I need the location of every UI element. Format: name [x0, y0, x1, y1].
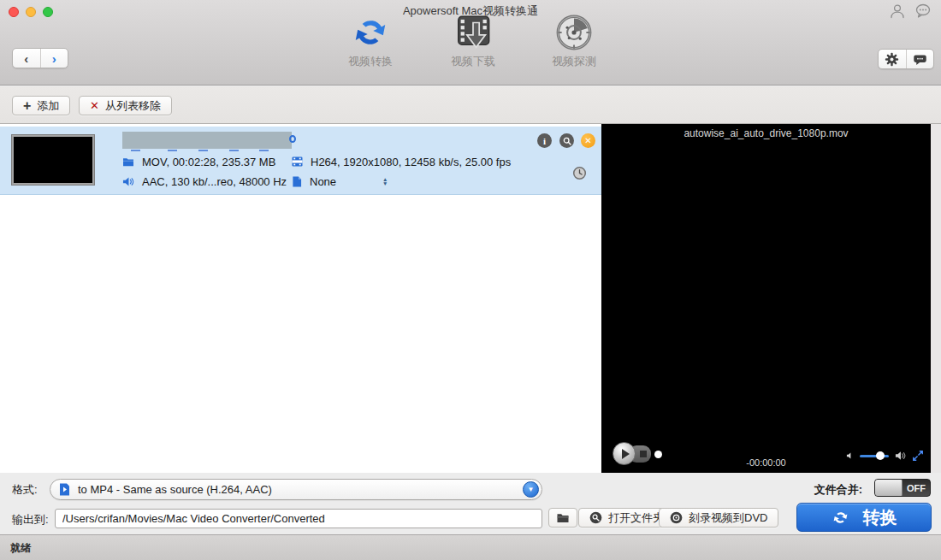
filename-redacted — [122, 132, 292, 149]
preview-right-margin — [931, 124, 941, 473]
audio-info-text: AAC, 130 kb/...reo, 48000 Hz — [142, 175, 287, 188]
filename-fragment — [289, 135, 296, 143]
magnifier-circle-icon — [589, 511, 602, 524]
video-info-text: H264, 1920x1080, 12458 kb/s, 25.00 fps — [311, 156, 511, 168]
volume-knob[interactable] — [876, 451, 885, 460]
remove-x-icon: ✕ — [90, 100, 99, 111]
container-info: MOV, 00:02:28, 235.37 MB — [122, 154, 275, 169]
info-button[interactable]: i — [537, 133, 552, 148]
preview-search-button[interactable] — [559, 133, 574, 148]
fullscreen-icon[interactable] — [912, 450, 924, 462]
output-label: 输出到: — [12, 512, 49, 528]
play-icon — [622, 449, 630, 459]
output-path-input[interactable] — [55, 509, 542, 528]
document-icon — [292, 176, 302, 187]
subtitle-select[interactable]: None ▲▼ — [292, 174, 388, 189]
video-info: H264, 1920x1080, 12458 kb/s, 25.00 fps — [292, 154, 511, 169]
subtitle-text: None — [310, 175, 375, 188]
forward-button[interactable]: › — [41, 49, 68, 68]
open-folder-label: 打开文件夹 — [608, 510, 664, 526]
play-button[interactable] — [613, 442, 636, 465]
account-icon[interactable] — [888, 2, 907, 21]
magnifier-icon — [563, 137, 571, 145]
tab-label: 视频转换 — [329, 54, 411, 69]
radar-icon — [554, 13, 594, 52]
volume-low-icon — [846, 451, 854, 460]
audio-select[interactable]: AAC, 130 kb/...reo, 48000 Hz ▲▼ — [122, 174, 300, 189]
tab-video-detect[interactable]: 视频探测 — [533, 13, 615, 69]
convert-button[interactable]: 转换 — [796, 503, 932, 532]
status-bar: 就绪 — [0, 534, 941, 560]
clock-icon — [572, 166, 587, 180]
disc-icon — [670, 511, 683, 524]
format-file-icon — [59, 483, 70, 496]
convert-label: 转换 — [863, 506, 897, 529]
volume-controls — [846, 450, 924, 462]
folder-icon — [122, 156, 134, 167]
choose-folder-button[interactable] — [548, 508, 577, 528]
bottom-panel: 格式: to MP4 - Same as source (H.264, AAC)… — [0, 473, 941, 534]
filename-underline — [229, 150, 239, 151]
volume-slider[interactable] — [860, 455, 889, 457]
volume-high-icon — [895, 451, 906, 461]
info-icon: i — [543, 136, 546, 146]
support-chat-icon[interactable] — [914, 2, 932, 21]
tab-video-download[interactable]: 视频下载 — [432, 13, 514, 69]
remove-from-list-button[interactable]: ✕ 从列表移除 — [79, 96, 172, 115]
container-info-text: MOV, 00:02:28, 235.37 MB — [142, 156, 275, 168]
close-icon: ✕ — [584, 136, 591, 145]
merge-label: 文件合并: — [814, 482, 862, 498]
toggle-knob — [875, 479, 903, 497]
folder-dark-icon — [556, 512, 570, 523]
gear-icon — [885, 52, 899, 67]
remove-button-label: 从列表移除 — [105, 98, 161, 114]
plus-icon: + — [23, 99, 31, 113]
format-label: 格式: — [12, 482, 38, 498]
burn-dvd-button[interactable]: 刻录视频到DVD — [659, 508, 778, 528]
convert-sync-icon — [832, 509, 849, 527]
settings-segmented-control — [878, 49, 934, 69]
dropdown-arrow-icon[interactable]: ▼ — [523, 481, 539, 498]
feedback-bubble-icon — [913, 52, 927, 67]
merge-toggle[interactable]: OFF — [874, 479, 931, 497]
chevron-up-down-icon: ▲▼ — [382, 177, 388, 186]
trim-clock-button[interactable] — [572, 166, 587, 180]
filename-underline — [259, 150, 269, 151]
header-toolbar: Apowersoft Mac视频转换通 ‹ › 视频转换 — [0, 0, 941, 85]
status-text: 就绪 — [10, 541, 31, 556]
list-actions-toolbar: + 添加 ✕ 从列表移除 — [0, 86, 941, 124]
preview-filename: autowise_ai_auto_drive_1080p.mov — [601, 127, 931, 139]
format-value: to MP4 - Same as source (H.264, AAC) — [78, 483, 523, 496]
feedback-button[interactable] — [907, 50, 934, 68]
speaker-icon — [122, 176, 134, 187]
back-button[interactable]: ‹ — [13, 49, 41, 68]
stop-icon — [640, 451, 647, 457]
filename-underline — [168, 150, 177, 151]
nav-segmented-control: ‹ › — [12, 48, 68, 68]
tab-label: 视频探测 — [533, 54, 615, 69]
remove-item-button[interactable]: ✕ — [581, 133, 595, 148]
settings-button[interactable] — [879, 50, 907, 68]
filename-underline — [131, 150, 140, 151]
filename-underline — [198, 150, 208, 151]
file-list: MOV, 00:02:28, 235.37 MB H264, 1920x1080… — [0, 124, 601, 473]
sync-arrows-icon — [351, 13, 390, 52]
add-file-button[interactable]: + 添加 — [12, 96, 70, 115]
add-button-label: 添加 — [37, 98, 59, 114]
download-film-icon — [453, 13, 493, 52]
app-window: Apowersoft Mac视频转换通 ‹ › 视频转换 — [0, 0, 941, 560]
tab-label: 视频下载 — [432, 54, 514, 69]
tab-video-convert[interactable]: 视频转换 — [329, 13, 411, 69]
film-icon — [292, 156, 303, 167]
video-thumbnail — [12, 135, 94, 185]
format-dropdown[interactable]: to MP4 - Same as source (H.264, AAC) ▼ — [50, 479, 542, 500]
toggle-state: OFF — [903, 483, 930, 493]
burn-dvd-label: 刻录视频到DVD — [689, 510, 767, 526]
video-preview-panel: autowise_ai_auto_drive_1080p.mov -00:00:… — [601, 124, 931, 473]
file-row-selected[interactable]: MOV, 00:02:28, 235.37 MB H264, 1920x1080… — [0, 127, 601, 195]
